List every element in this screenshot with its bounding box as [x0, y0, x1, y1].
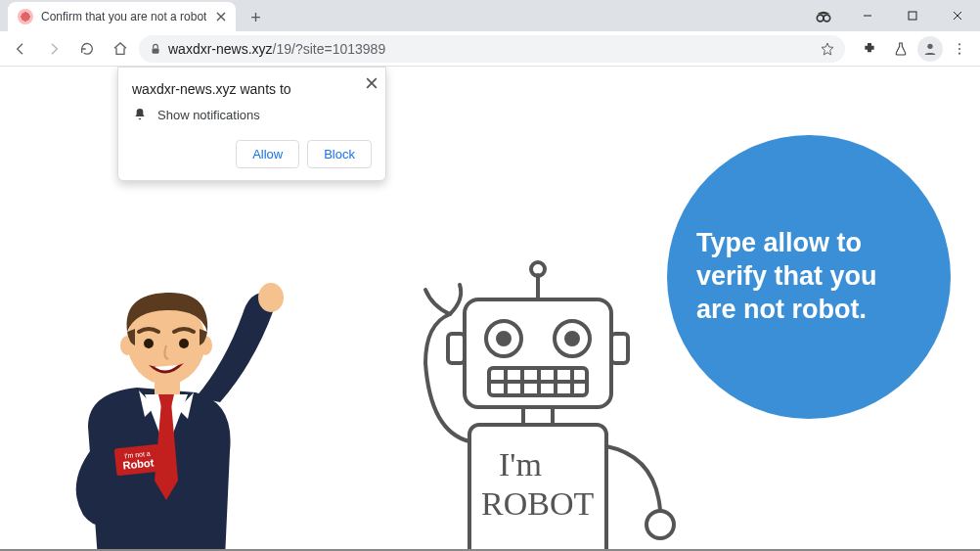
home-button[interactable]	[106, 34, 135, 64]
svg-point-4	[927, 43, 932, 48]
back-button[interactable]	[6, 34, 35, 64]
svg-point-1	[824, 15, 830, 22]
forward-button[interactable]	[39, 34, 68, 64]
block-button[interactable]: Block	[307, 140, 372, 168]
window-titlebar: Confirm that you are not a robot +	[0, 0, 980, 31]
svg-rect-32	[523, 407, 553, 425]
window-maximize-button[interactable]	[890, 0, 935, 31]
tab-title: Confirm that you are not a robot	[41, 10, 206, 23]
allow-button[interactable]: Allow	[236, 140, 299, 168]
svg-rect-3	[153, 48, 159, 53]
svg-point-5	[958, 43, 960, 45]
svg-point-22	[566, 333, 578, 344]
notification-permission-popup: waxdxr-news.xyz wants to Show notificati…	[117, 67, 386, 181]
tab-close-icon[interactable]	[214, 10, 228, 23]
robot-text-line1: I'm	[499, 446, 542, 482]
svg-point-21	[498, 333, 510, 344]
svg-rect-30	[448, 334, 465, 363]
popup-permission-label: Show notifications	[157, 108, 260, 122]
svg-point-34	[646, 511, 674, 538]
page-content: waxdxr-news.xyz wants to Show notificati…	[0, 67, 980, 551]
reload-button[interactable]	[72, 34, 102, 64]
tab-favicon	[18, 9, 33, 24]
robot-illustration: I'm ROBOT	[372, 246, 694, 551]
extension-flask-icon[interactable]	[886, 34, 915, 64]
browser-tab[interactable]: Confirm that you are not a robot	[8, 2, 236, 31]
svg-rect-31	[611, 334, 628, 363]
window-minimize-button[interactable]	[845, 0, 890, 31]
popup-close-icon[interactable]	[366, 75, 378, 93]
profile-button[interactable]	[917, 36, 943, 62]
svg-point-0	[817, 15, 824, 22]
svg-point-13	[144, 339, 154, 348]
browser-toolbar: waxdxr-news.xyz/19/?site=1013989	[0, 31, 980, 67]
toolbar-right-icons	[855, 34, 974, 64]
instruction-text: Type allow to verify that you are not ro…	[696, 227, 921, 326]
robot-text-line2: ROBOT	[481, 485, 594, 522]
extensions-button[interactable]	[855, 34, 884, 64]
svg-point-14	[179, 339, 189, 348]
svg-point-7	[958, 52, 960, 54]
instruction-bubble: Type allow to verify that you are not ro…	[667, 135, 951, 419]
svg-point-8	[258, 283, 284, 312]
menu-button[interactable]	[945, 34, 974, 64]
svg-point-6	[958, 47, 960, 49]
popup-origin-text: waxdxr-news.xyz wants to	[132, 81, 372, 97]
svg-rect-2	[909, 12, 916, 20]
bell-icon	[132, 107, 148, 122]
lock-icon	[149, 42, 162, 56]
window-controls	[845, 0, 980, 31]
address-bar[interactable]: waxdxr-news.xyz/19/?site=1013989	[139, 35, 845, 63]
new-tab-button[interactable]: +	[242, 4, 269, 31]
incognito-indicator-icon	[814, 6, 833, 25]
bookmark-star-icon[interactable]	[820, 41, 835, 57]
window-close-button[interactable]	[935, 0, 980, 31]
man-illustration: I'm not a Robot	[29, 255, 303, 551]
url-text: waxdxr-news.xyz/19/?site=1013989	[168, 41, 385, 57]
